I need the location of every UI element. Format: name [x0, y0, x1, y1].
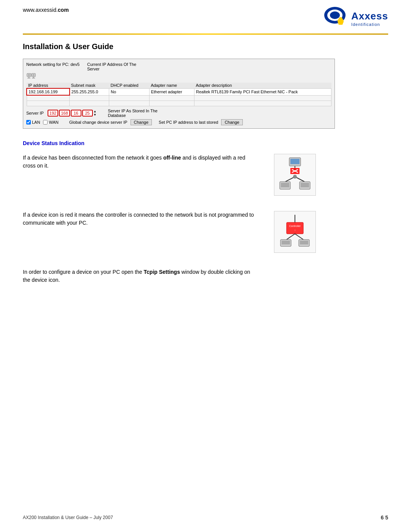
col-adapter-name: Adapter name: [149, 83, 194, 88]
table-row-3: [27, 101, 331, 106]
svg-point-4: [339, 17, 342, 21]
svg-rect-15: [290, 159, 299, 164]
col-dhcp: DHCP enabled: [109, 83, 149, 88]
panel-bottom: LAN WAN Global change device server IP C…: [26, 119, 331, 125]
set-pc-label: Set PC IP address to last stored: [159, 120, 218, 125]
ip-table: IP address Subnet mask DHCP enabled Adap…: [26, 83, 331, 106]
page-title: Installation & User Guide: [23, 42, 388, 51]
ip-part-4[interactable]: 25: [82, 110, 93, 117]
offline-diagram: [274, 154, 316, 196]
svg-rect-11: [32, 74, 35, 76]
svg-point-26: [293, 175, 297, 179]
device-status-title: Device Status Indication: [23, 140, 388, 146]
global-change-label: Global change device server IP: [69, 120, 127, 125]
col-adapter-desc: Adapter description: [194, 83, 331, 88]
svg-rect-7: [28, 74, 30, 76]
website-url: www.axxessid.com: [23, 7, 69, 13]
lan-label: LAN: [32, 120, 40, 125]
status-item-red: If a device icon is red it means the con…: [23, 211, 388, 253]
table-row-2: [27, 95, 331, 101]
col-ip: IP address: [27, 83, 70, 88]
ip-part-3[interactable]: 16: [71, 110, 81, 117]
main-content: Installation & User Guide Network settin…: [0, 35, 411, 307]
status-text-configure: In order to configure a device on your P…: [23, 268, 259, 284]
red-diagram-svg: Controller !: [276, 213, 314, 251]
dhcp-cell: No: [109, 88, 149, 95]
svg-rect-5: [338, 21, 343, 25]
ip-spinner[interactable]: ▲▼: [94, 110, 97, 117]
ip-part-1[interactable]: 192: [48, 110, 58, 117]
server-ip-label: Server IP: [26, 111, 44, 115]
red-diagram: Controller !: [274, 211, 316, 253]
table-row-1: 192.168.16.199 255.255.255.0 No Ethernet…: [27, 88, 331, 95]
stored-label: Server IP As Stored In The Database: [108, 109, 158, 118]
svg-rect-25: [301, 183, 309, 187]
footer-text: AX200 Installation & User Guide – July 2…: [23, 515, 113, 520]
col-subnet: Subnet mask: [70, 83, 109, 88]
network-settings-panel: Network setting for PC: dev5 Current IP …: [23, 59, 335, 129]
ip-address-cell: 192.168.16.199: [27, 88, 70, 95]
status-text-red: If a device icon is red it means the con…: [23, 211, 259, 227]
network-icons: [26, 73, 331, 81]
logo-name: Axxess: [351, 10, 388, 22]
network-icon-1: [26, 73, 37, 81]
wan-checkbox-label[interactable]: WAN: [43, 120, 58, 125]
ip-part-2[interactable]: 168: [59, 110, 70, 117]
status-text-offline: If a device has been disconnected from t…: [23, 154, 259, 170]
svg-rect-28: [287, 222, 303, 234]
subnet-cell: 255.255.255.0: [70, 88, 109, 95]
svg-line-32: [295, 234, 303, 240]
logo-container: Axxess Identification: [322, 7, 388, 30]
tcpip-bold: Tcpip Settings: [144, 269, 180, 275]
device-status-section: Device Status Indication If a device has…: [23, 140, 388, 284]
lan-checkbox-label[interactable]: LAN: [26, 120, 40, 125]
panel-title-left: Network setting for PC: dev5: [26, 62, 80, 71]
page-number: 6 5: [381, 514, 388, 521]
svg-text:Controller: Controller: [289, 225, 301, 227]
panel-title-right: Current IP Address Of The Server: [87, 62, 136, 71]
server-ip-row: Server IP 192 168 16 25 ▲▼ Server IP As …: [26, 109, 331, 118]
server-ip-inputs[interactable]: 192 168 16 25 ▲▼: [48, 110, 97, 117]
svg-point-2: [330, 11, 340, 19]
change-button[interactable]: Change: [131, 119, 152, 125]
adapter-name-cell: Ethernet adapter: [149, 88, 194, 95]
page-header: www.axxessid.com Axxess Identification: [0, 0, 411, 30]
axxess-logo-graphic: [322, 7, 348, 30]
lan-checkbox[interactable]: [26, 120, 31, 125]
set-pc-button[interactable]: Change: [221, 119, 243, 125]
svg-rect-34: [282, 241, 290, 244]
wan-checkbox[interactable]: [43, 120, 48, 125]
panel-title-row: Network setting for PC: dev5 Current IP …: [26, 62, 331, 71]
svg-rect-36: [300, 241, 308, 244]
status-item-configure: In order to configure a device on your P…: [23, 268, 388, 284]
status-item-offline: If a device has been disconnected from t…: [23, 154, 388, 196]
website-text: www.axxessid.com: [23, 7, 69, 13]
svg-rect-22: [281, 183, 289, 187]
offline-diagram-svg: [276, 156, 314, 194]
svg-line-31: [287, 234, 295, 240]
adapter-desc-cell: Realtek RTL8139 Family PCI Fast Ethernet…: [194, 88, 331, 95]
logo-text: Axxess Identification: [351, 10, 388, 27]
logo-subtitle: Identification: [351, 22, 380, 27]
offline-bold: off-line: [163, 155, 181, 161]
page-footer: AX200 Installation & User Guide – July 2…: [23, 514, 388, 521]
wan-label: WAN: [49, 120, 58, 125]
